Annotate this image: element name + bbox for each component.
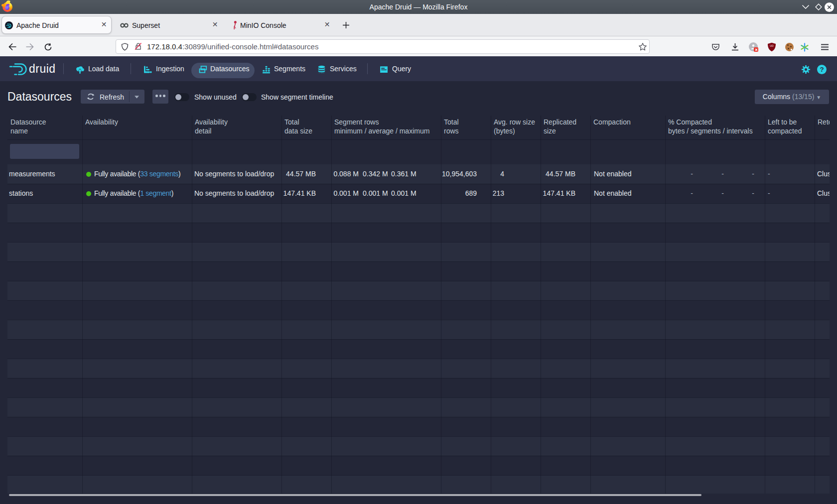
svg-text:UO: UO <box>770 44 774 47</box>
